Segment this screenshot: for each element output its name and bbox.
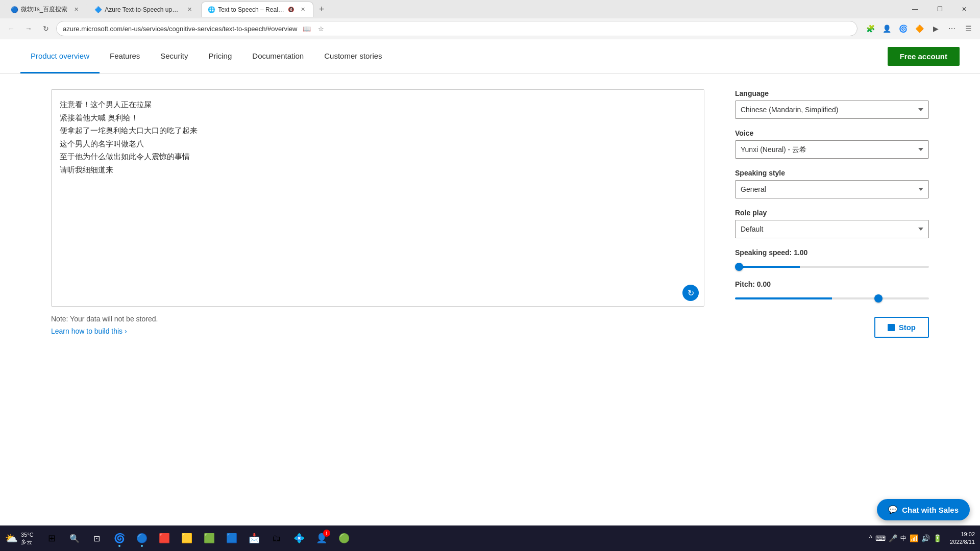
favorites-icon[interactable]: ☆ bbox=[315, 22, 327, 35]
taskbar-icon-7: 📩 bbox=[249, 533, 260, 544]
taskbar-item-9[interactable]: 💠 bbox=[289, 528, 309, 548]
tab-close-1[interactable]: ✕ bbox=[72, 6, 80, 13]
extensions-icon[interactable]: 🧩 bbox=[863, 21, 878, 36]
taskbar-item-7[interactable]: 📩 bbox=[244, 528, 264, 548]
tray-mic-icon[interactable]: 🎤 bbox=[889, 534, 897, 542]
taskbar-item-4[interactable]: 🟨 bbox=[177, 528, 197, 548]
tray-network-icon[interactable]: 📶 bbox=[910, 534, 918, 542]
stop-btn-container: Stop bbox=[735, 312, 929, 338]
nav-link-features[interactable]: Features bbox=[100, 39, 150, 73]
language-label: Language bbox=[735, 89, 929, 97]
tray-battery-icon[interactable]: 🔋 bbox=[933, 534, 942, 542]
task-view-button[interactable]: ⊡ bbox=[87, 528, 107, 548]
speaking-speed-label: Speaking speed: 1.00 bbox=[735, 248, 929, 257]
taskbar-item-10[interactable]: 👤 ! bbox=[311, 528, 332, 548]
browser-tab-1[interactable]: 🔵 微软tts_百度搜索 ✕ bbox=[4, 2, 87, 17]
taskbar-item-3[interactable]: 🟥 bbox=[154, 528, 175, 548]
taskbar-icon-5: 🟩 bbox=[204, 533, 215, 544]
more-tools-icon[interactable]: ⋯ bbox=[944, 21, 960, 36]
language-select[interactable]: Chinese (Mandarin, Simplified) English (… bbox=[735, 101, 929, 119]
maximize-button[interactable]: ❐ bbox=[928, 0, 951, 18]
page-navbar: Product overview Features Security Prici… bbox=[0, 39, 980, 74]
tab-favicon-3: 🌐 bbox=[208, 6, 215, 13]
tab-close-2[interactable]: ✕ bbox=[186, 6, 193, 13]
address-bar[interactable]: azure.microsoft.com/en-us/services/cogni… bbox=[56, 21, 857, 36]
tab-label-3: Text to Speech – Realistic ... bbox=[218, 6, 285, 13]
forward-button[interactable]: → bbox=[21, 21, 36, 36]
voice-label: Voice bbox=[735, 129, 929, 137]
taskbar-item-6[interactable]: 🟦 bbox=[222, 528, 242, 548]
learn-how-label: Learn how to build this bbox=[51, 327, 122, 335]
yt-icon[interactable]: ▶ bbox=[928, 21, 943, 36]
speaking-style-group: Speaking style General News Customer Ser… bbox=[735, 169, 929, 198]
toolbar-icons: 🧩 👤 🌀 🔶 ▶ ⋯ ☰ bbox=[863, 21, 976, 36]
tray-lang-icon[interactable]: 中 bbox=[900, 534, 906, 543]
speaking-style-select[interactable]: General News Customer Service Narration bbox=[735, 180, 929, 198]
clock-time: 19:02 bbox=[950, 531, 975, 538]
browser-tab-2[interactable]: 🔷 Azure Text-to-Speech update... ✕ bbox=[88, 2, 200, 17]
learn-how-link[interactable]: Learn how to build this › bbox=[51, 327, 127, 335]
start-icon: ⊞ bbox=[48, 533, 56, 544]
tab-favicon-2: 🔷 bbox=[94, 6, 102, 13]
tab-close-3[interactable]: ✕ bbox=[299, 6, 307, 13]
taskbar-item-8[interactable]: 🗂 bbox=[266, 528, 287, 548]
taskbar-icon-6: 🟦 bbox=[226, 533, 237, 544]
taskbar-chrome[interactable]: 🔵 bbox=[132, 528, 152, 548]
clock-date: 2022/8/11 bbox=[950, 538, 975, 546]
notif-badge: ! bbox=[323, 530, 330, 537]
textarea-wrapper: ↻ bbox=[51, 89, 704, 307]
chat-with-sales-button[interactable]: 💬 Chat with Sales bbox=[877, 499, 970, 520]
search-icon: 🔍 bbox=[69, 534, 80, 543]
weather-text: 35°C 多云 bbox=[21, 531, 34, 546]
tray-speaker-icon[interactable]: 🔊 bbox=[921, 534, 930, 542]
nav-link-pricing[interactable]: Pricing bbox=[198, 39, 242, 73]
stop-label: Stop bbox=[899, 323, 916, 332]
tray-caret-icon[interactable]: ^ bbox=[869, 534, 872, 542]
weather-widget[interactable]: ⛅ 35°C 多云 bbox=[5, 531, 34, 546]
speaking-speed-group: Speaking speed: 1.00 bbox=[735, 248, 929, 270]
taskbar-search[interactable]: 🔍 bbox=[64, 528, 85, 548]
voice-select[interactable]: Yunxi (Neural) - 云希 Xiaoxiao (Neural) Yu… bbox=[735, 140, 929, 159]
speaking-speed-slider[interactable] bbox=[735, 266, 929, 268]
nav-link-product-overview[interactable]: Product overview bbox=[20, 39, 100, 73]
browser-tab-3[interactable]: 🌐 Text to Speech – Realistic ... 🔇 ✕ bbox=[201, 2, 313, 17]
speech-textarea[interactable] bbox=[52, 90, 704, 304]
nav-link-documentation[interactable]: Documentation bbox=[242, 39, 314, 73]
datetime-widget[interactable]: 19:02 2022/8/11 bbox=[950, 531, 975, 546]
nav-link-customer-stories[interactable]: Customer stories bbox=[314, 39, 392, 73]
collections-icon[interactable]: 🔶 bbox=[912, 21, 927, 36]
menu-icon[interactable]: ☰ bbox=[961, 21, 976, 36]
role-play-select[interactable]: Default Girl Boy OlderAdultFemale bbox=[735, 220, 929, 238]
voice-group: Voice Yunxi (Neural) - 云希 Xiaoxiao (Neur… bbox=[735, 129, 929, 159]
main-content: ↻ Note: Your data will not be stored. Le… bbox=[0, 74, 980, 358]
close-button[interactable]: ✕ bbox=[952, 0, 976, 18]
task-view-icon: ⊡ bbox=[93, 534, 100, 543]
chat-icon: 💬 bbox=[888, 505, 898, 514]
tray-icons: ^ ⌨ 🎤 中 📶 🔊 🔋 bbox=[869, 534, 942, 543]
refresh-button[interactable]: ↻ bbox=[39, 21, 53, 36]
tab-mute-icon-3[interactable]: 🔇 bbox=[288, 7, 294, 12]
taskbar-icon-3: 🟥 bbox=[159, 533, 170, 544]
taskbar-icon-11: 🟢 bbox=[338, 533, 350, 544]
edge-icon[interactable]: 🌀 bbox=[895, 21, 911, 36]
chrome-taskbar-icon: 🔵 bbox=[136, 533, 148, 544]
taskbar-item-11[interactable]: 🟢 bbox=[334, 528, 354, 548]
profile-icon[interactable]: 👤 bbox=[879, 21, 894, 36]
back-button[interactable]: ← bbox=[4, 21, 18, 36]
taskbar-item-5[interactable]: 🟩 bbox=[199, 528, 219, 548]
new-tab-button[interactable]: + bbox=[314, 2, 329, 16]
stop-button[interactable]: Stop bbox=[874, 317, 929, 338]
read-mode-icon[interactable]: 📖 bbox=[301, 22, 313, 35]
pitch-group: Pitch: 0.00 bbox=[735, 280, 929, 302]
free-account-button[interactable]: Free account bbox=[888, 47, 960, 66]
tab-bar: 🔵 微软tts_百度搜索 ✕ 🔷 Azure Text-to-Speech up… bbox=[0, 0, 980, 18]
tray-keyboard-icon[interactable]: ⌨ bbox=[875, 534, 886, 542]
start-button[interactable]: ⊞ bbox=[42, 528, 62, 548]
minimize-button[interactable]: — bbox=[903, 0, 927, 18]
text-panel: ↻ Note: Your data will not be stored. Le… bbox=[51, 89, 704, 338]
taskbar-edge[interactable]: 🌀 bbox=[109, 528, 130, 548]
nav-link-security[interactable]: Security bbox=[150, 39, 198, 73]
pitch-slider[interactable] bbox=[735, 297, 929, 299]
refresh-icon[interactable]: ↻ bbox=[682, 285, 699, 301]
taskbar-icon-9: 💠 bbox=[293, 533, 305, 544]
